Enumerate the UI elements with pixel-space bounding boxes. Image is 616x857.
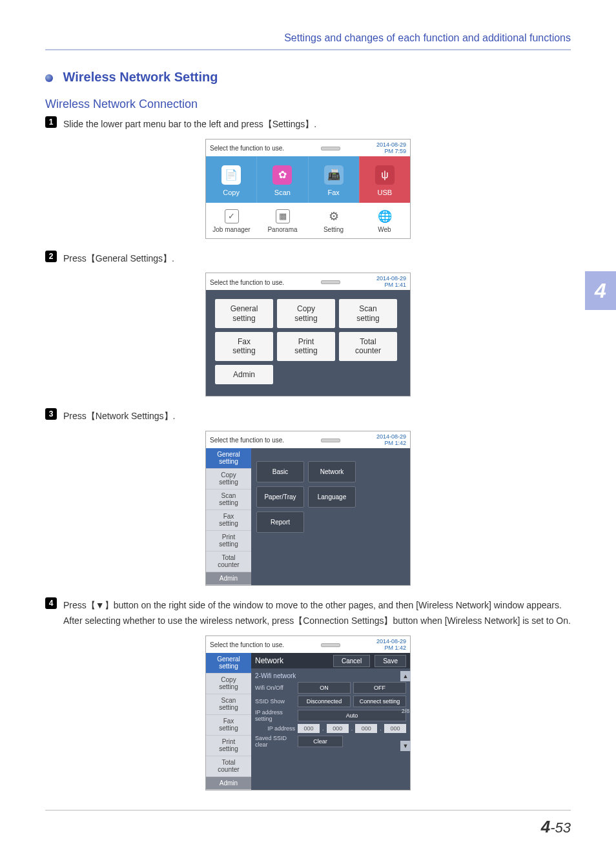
clear-button[interactable]: Clear bbox=[298, 736, 343, 747]
check-icon: ✓ bbox=[225, 209, 239, 223]
side-fax[interactable]: Faxsetting bbox=[206, 715, 251, 736]
fax-icon: 📠 bbox=[324, 165, 344, 185]
lower-job-manager[interactable]: ✓ Job manager bbox=[206, 203, 257, 238]
wifi-on-button[interactable]: ON bbox=[298, 682, 351, 694]
lower-web[interactable]: 🌐 Web bbox=[359, 203, 410, 238]
wifi-off-button[interactable]: OFF bbox=[353, 682, 406, 694]
ss-date: 2014-08-29 bbox=[376, 433, 406, 440]
step-text: Press【▼】button on the right side of the … bbox=[63, 597, 571, 629]
globe-icon: 🌐 bbox=[378, 209, 392, 223]
panel-title: Network bbox=[255, 656, 283, 665]
btn-copy-setting[interactable]: Copysetting bbox=[277, 299, 335, 328]
page-indicator: 2/8 bbox=[400, 708, 411, 714]
side-print[interactable]: Printsetting bbox=[206, 736, 251, 756]
scroll-down-icon[interactable]: ▼ bbox=[400, 741, 411, 751]
scan-icon: ✿ bbox=[272, 165, 292, 185]
ssid-status: Disconnected bbox=[298, 696, 351, 707]
side-scan[interactable]: Scansetting bbox=[206, 694, 251, 715]
drag-handle-icon bbox=[321, 280, 340, 284]
screenshot-settings-menu: Select the function to use. 2014-08-29 P… bbox=[205, 273, 411, 397]
side-total[interactable]: Totalcounter bbox=[206, 756, 251, 777]
step-text: Press【General Settings】. bbox=[63, 251, 174, 267]
step-1: 1 Slide the lower part menu bar to the l… bbox=[45, 116, 571, 132]
side-general[interactable]: Generalsetting bbox=[206, 653, 251, 674]
lower-label: Web bbox=[359, 226, 410, 233]
btn-scan-setting[interactable]: Scansetting bbox=[339, 299, 397, 328]
lower-label: Job manager bbox=[206, 226, 257, 233]
btn-paper-tray[interactable]: Paper/Tray bbox=[256, 486, 304, 508]
step-2: 2 Press【General Settings】. bbox=[45, 251, 571, 267]
page-footer: 4-53 bbox=[45, 810, 571, 837]
ss-time: PM 1:42 bbox=[384, 645, 406, 651]
save-button[interactable]: Save bbox=[375, 655, 406, 667]
side-copy[interactable]: Copysetting bbox=[206, 674, 251, 694]
ip-address-label: IP address bbox=[255, 725, 295, 732]
step-number: 1 bbox=[45, 116, 57, 128]
btn-total-counter[interactable]: Totalcounter bbox=[339, 332, 397, 361]
tile-label: Copy bbox=[206, 189, 256, 196]
step-3: 3 Press【Network Settings】. bbox=[45, 408, 571, 424]
ip-octet[interactable]: 000 bbox=[355, 724, 377, 733]
tile-label: USB bbox=[360, 189, 410, 196]
tile-copy[interactable]: 📄 Copy bbox=[206, 156, 256, 203]
wifi-onoff-label: Wifi On/Off bbox=[255, 685, 295, 691]
btn-print-setting[interactable]: Printsetting bbox=[277, 332, 335, 361]
btn-network[interactable]: Network bbox=[308, 461, 356, 482]
btn-fax-setting[interactable]: Faxsetting bbox=[215, 332, 273, 361]
btn-basic[interactable]: Basic bbox=[256, 461, 304, 482]
side-copy[interactable]: Copysetting bbox=[206, 469, 251, 490]
tile-fax[interactable]: 📠 Fax bbox=[308, 156, 359, 203]
ip-setting-value[interactable]: Auto bbox=[298, 710, 406, 721]
side-general[interactable]: Generalsetting bbox=[206, 448, 251, 469]
bullet-icon bbox=[45, 74, 53, 82]
gear-icon: ⚙ bbox=[327, 209, 341, 223]
screenshot-general-setting: Select the function to use. 2014-08-29 P… bbox=[205, 431, 411, 586]
tile-scan[interactable]: ✿ Scan bbox=[256, 156, 307, 203]
ss-prompt: Select the function to use. bbox=[210, 641, 284, 648]
panorama-icon: ▦ bbox=[276, 209, 290, 223]
btn-general-setting[interactable]: Generalsetting bbox=[215, 299, 273, 328]
ss-prompt: Select the function to use. bbox=[210, 279, 284, 286]
ip-setting-label: IP address setting bbox=[255, 709, 295, 722]
step-number: 4 bbox=[45, 597, 57, 609]
scroll-up-icon[interactable]: ▲ bbox=[400, 671, 411, 681]
screenshot-home: Select the function to use. 2014-08-29 P… bbox=[205, 139, 411, 239]
side-total[interactable]: Totalcounter bbox=[206, 552, 251, 572]
step-number: 2 bbox=[45, 251, 57, 262]
side-fax[interactable]: Faxsetting bbox=[206, 510, 251, 531]
connect-setting-button[interactable]: Connect setting bbox=[353, 696, 406, 707]
tile-usb[interactable]: ψ USB bbox=[359, 156, 410, 203]
btn-admin[interactable]: Admin bbox=[215, 365, 273, 384]
side-admin[interactable]: Admin bbox=[206, 572, 251, 586]
ss-date: 2014-08-29 bbox=[376, 275, 406, 282]
tile-label: Fax bbox=[309, 189, 359, 196]
ss-date: 2014-08-29 bbox=[376, 141, 406, 148]
ssid-show-label: SSID Show bbox=[255, 698, 295, 705]
step-4: 4 Press【▼】button on the right side of th… bbox=[45, 597, 571, 629]
step-text: Slide the lower part menu bar to the lef… bbox=[63, 116, 316, 132]
ip-octet[interactable]: 000 bbox=[327, 724, 349, 733]
lower-label: Setting bbox=[308, 226, 359, 233]
ss-prompt: Select the function to use. bbox=[210, 437, 284, 444]
chapter-header: Settings and changes of each function an… bbox=[45, 32, 571, 50]
lower-setting[interactable]: ⚙ Setting bbox=[308, 203, 359, 238]
btn-language[interactable]: Language bbox=[308, 486, 356, 508]
drag-handle-icon bbox=[321, 439, 340, 442]
wifi-section-title: 2-Wifi network bbox=[255, 672, 406, 679]
ip-octet[interactable]: 000 bbox=[298, 724, 320, 733]
subsection-title: Wireless Network Connection bbox=[45, 98, 571, 111]
ss-date: 2014-08-29 bbox=[376, 638, 406, 645]
footer-chapter: 4 bbox=[541, 817, 550, 836]
step-number: 3 bbox=[45, 408, 57, 420]
ip-address-field[interactable]: 000. 000. 000. 000 bbox=[298, 724, 406, 733]
side-scan[interactable]: Scansetting bbox=[206, 490, 251, 510]
lower-panorama[interactable]: ▦ Panorama bbox=[257, 203, 308, 238]
btn-report[interactable]: Report bbox=[256, 511, 304, 533]
ss-time: PM 7:59 bbox=[384, 148, 406, 154]
ss-time: PM 1:41 bbox=[384, 282, 406, 288]
side-print[interactable]: Printsetting bbox=[206, 531, 251, 552]
section-title: Wireless Network Setting bbox=[45, 70, 571, 85]
lower-label: Panorama bbox=[257, 226, 308, 233]
side-admin[interactable]: Admin bbox=[206, 777, 251, 790]
cancel-button[interactable]: Cancel bbox=[333, 655, 370, 667]
